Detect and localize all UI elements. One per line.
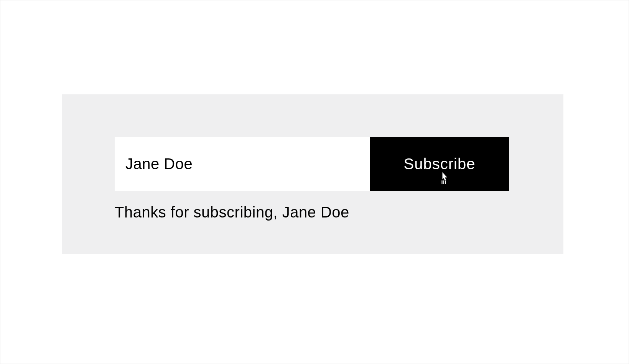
confirmation-message: Thanks for subscribing, Jane Doe bbox=[115, 204, 349, 221]
subscribe-button[interactable]: Subscribe bbox=[370, 137, 509, 191]
app-frame: Subscribe Thanks for subscribing, Jane D… bbox=[0, 0, 629, 364]
name-input[interactable] bbox=[115, 137, 370, 191]
subscribe-button-label: Subscribe bbox=[404, 155, 476, 173]
subscribe-form-row: Subscribe bbox=[115, 137, 509, 191]
